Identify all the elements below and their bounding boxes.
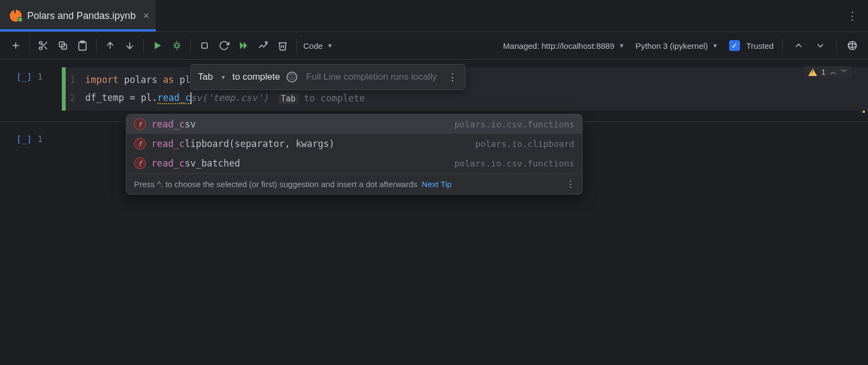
cell-body[interactable]: 1import polars as pl2df_temp = pl.read_c… xyxy=(66,67,868,111)
autocomplete-item[interactable]: fread_csv_batchedpolars.io.csv.functions xyxy=(126,153,582,173)
kebab-icon[interactable]: ⋮ xyxy=(566,179,575,189)
inline-hint: Tab to complete xyxy=(278,93,365,104)
paste-button[interactable] xyxy=(73,36,92,55)
params-text: (separator, kwargs) xyxy=(229,138,334,149)
warning-count: 1 xyxy=(821,67,826,76)
interrupt-button[interactable] xyxy=(195,36,214,55)
module-text: polars.io.csv.functions xyxy=(454,158,575,169)
chevron-down-icon: ▼ xyxy=(327,42,333,49)
next-tip-link[interactable]: Next Tip xyxy=(422,180,451,189)
cell-type-label: Code xyxy=(301,41,325,50)
tab-key-label: Tab xyxy=(198,72,213,82)
footer-tip: Press ^. to choose the selected (or firs… xyxy=(134,180,417,189)
code-content[interactable]: df_temp = pl.read_csv('temp.csv') xyxy=(85,92,269,104)
separator xyxy=(96,39,97,53)
run-all-button[interactable] xyxy=(234,36,253,55)
clear-outputs-button[interactable] xyxy=(254,36,272,55)
cell-exec-prompt: [_] 1 xyxy=(16,72,43,82)
copy-button[interactable] xyxy=(54,36,72,55)
expand-up-button[interactable] xyxy=(789,36,808,55)
svg-point-3 xyxy=(40,47,42,50)
tab-title: Polars and Pandas.ipynb xyxy=(27,10,136,22)
server-label: Managed: http://localhost:8889 xyxy=(501,41,616,50)
debug-button[interactable] xyxy=(168,36,186,55)
module-text: polars.io.csv.functions xyxy=(454,119,575,130)
autocomplete-item[interactable]: fread_csvpolars.io.csv.functions xyxy=(126,114,582,134)
add-cell-button[interactable] xyxy=(7,36,25,55)
svg-line-6 xyxy=(42,44,43,46)
token: = xyxy=(130,92,141,103)
cell-gutter xyxy=(62,67,66,111)
separator xyxy=(836,39,837,53)
trusted-toggle[interactable]: ✓ Trusted xyxy=(729,40,776,51)
check-icon: ✓ xyxy=(729,40,740,51)
chevron-down-icon: ▼ xyxy=(619,42,625,49)
warning-icon xyxy=(808,68,817,76)
svg-point-14 xyxy=(175,44,179,48)
line-number: 1 xyxy=(66,74,85,85)
file-tab[interactable]: Polars and Pandas.ipynb × xyxy=(0,0,156,31)
token: df_temp xyxy=(85,92,130,103)
banner-info: Full Line completion runs locally xyxy=(306,72,437,82)
kernel-selector[interactable]: Python 3 (ipykernel) ▼ xyxy=(633,41,718,50)
svg-line-19 xyxy=(174,43,176,44)
prev-warning-icon[interactable]: ︽ xyxy=(830,67,837,76)
separator xyxy=(190,39,191,53)
run-cell-button[interactable] xyxy=(148,36,167,55)
match-text: read_c xyxy=(151,119,184,130)
editor-tab-bar: Polars and Pandas.ipynb × ⋮ xyxy=(0,0,868,31)
token: sv('temp.csv') xyxy=(191,92,269,103)
close-icon[interactable]: × xyxy=(143,10,149,22)
server-selector[interactable]: Managed: http://localhost:8889 ▼ xyxy=(501,41,624,50)
function-badge-icon: f xyxy=(134,157,146,169)
autocomplete-popup: fread_csvpolars.io.csv.functionsfread_cl… xyxy=(126,114,583,195)
expand-down-button[interactable] xyxy=(811,36,829,55)
function-badge-icon: f xyxy=(134,138,146,150)
completion-text: lipboard xyxy=(184,138,229,149)
next-warning-icon[interactable]: ︾ xyxy=(841,67,847,76)
code-content[interactable]: import polars as pl xyxy=(85,74,191,85)
chevron-down-icon[interactable]: ▼ xyxy=(220,74,226,80)
kebab-icon[interactable]: ⋮ xyxy=(448,71,457,83)
move-up-button[interactable] xyxy=(101,36,119,55)
code-line[interactable]: 2df_temp = pl.read_csv('temp.csv') Tab t… xyxy=(66,89,868,107)
token: import xyxy=(85,74,124,85)
svg-line-5 xyxy=(44,47,47,49)
token: read_c xyxy=(157,92,190,104)
code-line[interactable]: 1import polars as pl xyxy=(66,71,868,89)
autocomplete-footer: Press ^. to choose the selected (or firs… xyxy=(126,173,582,194)
svg-point-2 xyxy=(40,42,42,44)
line-number: 2 xyxy=(66,93,85,104)
restart-button[interactable] xyxy=(215,36,233,55)
completion-text: sv_batched xyxy=(184,158,240,169)
match-text: read_c xyxy=(151,138,184,149)
svg-marker-24 xyxy=(240,42,244,49)
variables-button[interactable] xyxy=(843,36,861,55)
cell-gutter xyxy=(62,130,66,155)
cell-type-selector[interactable]: Code ▼ xyxy=(301,41,333,50)
notebook-toolbar: Code ▼ Managed: http://localhost:8889 ▼ … xyxy=(0,31,868,60)
tab-options-icon[interactable]: ⋮ xyxy=(847,9,858,22)
cut-button[interactable] xyxy=(34,36,53,55)
move-down-button[interactable] xyxy=(120,36,139,55)
inspection-badge[interactable]: 1 ︽ ︾ xyxy=(804,66,852,78)
delete-cell-button[interactable] xyxy=(273,36,292,55)
token: as xyxy=(163,74,180,85)
separator xyxy=(29,39,30,53)
autocomplete-item[interactable]: fread_clipboard(separator, kwargs)polars… xyxy=(126,134,582,153)
chevron-down-icon: ▼ xyxy=(712,42,718,49)
svg-line-22 xyxy=(178,43,180,44)
token: pl xyxy=(180,74,190,85)
separator xyxy=(143,39,144,53)
svg-line-21 xyxy=(174,47,176,49)
info-icon: ⓘ xyxy=(286,72,297,82)
separator xyxy=(782,39,783,53)
svg-marker-13 xyxy=(155,42,161,49)
module-text: polars.io.clipboard xyxy=(475,139,575,149)
svg-rect-23 xyxy=(202,43,207,48)
function-badge-icon: f xyxy=(134,118,146,130)
svg-line-20 xyxy=(178,47,180,49)
match-text: read_c xyxy=(151,158,184,169)
trusted-label: Trusted xyxy=(744,41,776,50)
token: pl. xyxy=(141,92,157,103)
